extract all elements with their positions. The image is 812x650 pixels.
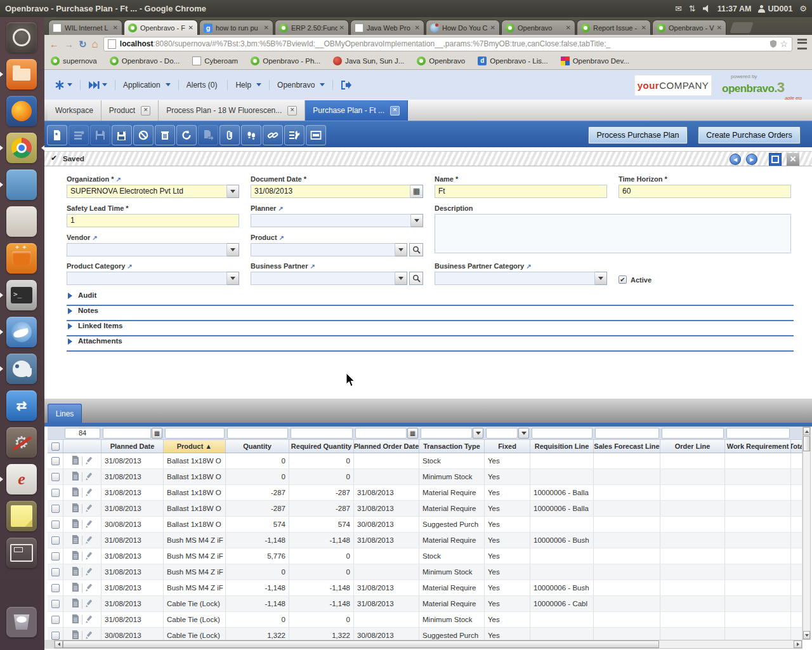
bookmark-item[interactable]: supernova — [51, 56, 97, 65]
workspace-star-icon[interactable] — [52, 80, 75, 90]
form-view-button[interactable] — [306, 125, 326, 145]
close-form-button[interactable]: ✕ — [787, 153, 799, 166]
browser-tab[interactable]: WIL Internet L✕ — [48, 20, 122, 35]
dropdown-button[interactable] — [227, 272, 239, 285]
tab-close-icon[interactable]: ✕ — [717, 24, 722, 31]
filter-input-required_quantity[interactable] — [291, 428, 353, 439]
tab-close-icon[interactable]: ✕ — [566, 24, 571, 31]
process-purchase-plan-button[interactable]: Process Purchase Plan — [588, 126, 688, 144]
name-field[interactable]: Ft — [435, 185, 607, 198]
bookmark-item[interactable]: Java Sun, Sun J... — [333, 56, 404, 65]
table-row[interactable]: 30/08/2013Ballast 1x18W O57457430/08/201… — [48, 517, 802, 533]
link-arrow-icon[interactable]: ↗ — [92, 234, 97, 241]
row-checkbox[interactable] — [51, 552, 60, 560]
logout-icon[interactable] — [338, 80, 354, 90]
files-folder-icon[interactable] — [6, 59, 37, 90]
volume-icon[interactable] — [703, 5, 710, 13]
document-icon[interactable] — [72, 535, 79, 545]
clock[interactable]: 11:37 AM — [717, 4, 752, 13]
edit-pencil-icon[interactable] — [85, 631, 93, 640]
preferences-button[interactable] — [284, 125, 304, 145]
expand-triangle-icon[interactable] — [68, 338, 72, 345]
filter-input-requisition_line[interactable] — [532, 428, 593, 439]
row-checkbox[interactable] — [51, 632, 60, 640]
delete-button[interactable] — [155, 125, 175, 145]
document-icon[interactable] — [72, 488, 79, 498]
section-linked-items[interactable]: Linked Items — [67, 321, 794, 336]
shield-icon[interactable] — [769, 39, 777, 48]
edit-pencil-icon[interactable] — [85, 599, 93, 609]
select-all-checkbox[interactable] — [51, 442, 60, 451]
bookmark-item[interactable]: Openbravo - Ph... — [251, 56, 320, 65]
planner-field[interactable] — [251, 214, 411, 227]
row-checkbox[interactable] — [51, 473, 60, 481]
dropdown-button[interactable] — [518, 428, 529, 439]
product_category-field[interactable] — [67, 272, 227, 285]
column-header-product[interactable]: Product ▲ — [164, 440, 226, 453]
document-icon[interactable] — [72, 456, 79, 466]
expand-triangle-icon[interactable] — [68, 323, 72, 329]
column-header-quantity[interactable]: Quantity — [226, 440, 289, 453]
dropdown-button[interactable] — [473, 428, 483, 439]
sticky-notes-icon[interactable] — [6, 501, 37, 531]
horizontal-scrollbar[interactable] — [54, 640, 802, 649]
tab-close-icon[interactable]: ✕ — [188, 24, 193, 31]
business_partner_category-field[interactable] — [435, 272, 595, 285]
column-header-planned_order_date[interactable]: Planned Order Date — [354, 440, 419, 453]
document-icon[interactable] — [72, 567, 79, 577]
link-arrow-icon[interactable]: ↗ — [526, 263, 531, 270]
table-row[interactable]: 31/08/2013Bush MS M4 Z iF-1,148-1,14831/… — [48, 580, 802, 596]
browser-tab[interactable]: Java Web Pro✕ — [350, 20, 424, 35]
save-close-button[interactable]: x — [112, 125, 132, 145]
ob-tab-product[interactable]: Product✕ — [102, 100, 159, 121]
edit-pencil-icon[interactable] — [85, 456, 93, 466]
teamviewer-icon[interactable]: ⇄ — [6, 390, 37, 421]
filter-input-planned_date[interactable] — [103, 428, 151, 439]
ob-tab-close-icon[interactable]: ✕ — [390, 106, 400, 116]
filter-input-sales_forecast_line[interactable] — [595, 428, 659, 439]
tab-close-icon[interactable]: ✕ — [339, 24, 344, 31]
column-header-work_requirement[interactable]: Work Requirement — [725, 440, 791, 453]
edit-pencil-icon[interactable] — [85, 552, 93, 561]
dropdown-button[interactable] — [411, 214, 423, 227]
menu-application[interactable]: Application — [121, 81, 173, 90]
previous-record-button[interactable]: ◀ — [730, 154, 741, 165]
table-row[interactable]: 31/08/2013Bush MS M4 Z iF00Minimum Stock… — [48, 564, 802, 580]
safety_lead_time-field[interactable]: 1 — [67, 214, 239, 227]
section-notes[interactable]: Notes — [67, 305, 794, 321]
next-record-button[interactable]: ▶ — [746, 154, 757, 165]
menu-alerts[interactable]: Alerts (0) — [184, 81, 223, 90]
vertical-scrollbar[interactable] — [802, 427, 811, 640]
scroll-right-button[interactable] — [794, 640, 802, 648]
thunderbird-icon[interactable] — [6, 317, 37, 347]
mail-icon[interactable]: ✉ — [675, 4, 682, 13]
browser-tab[interactable]: ERP 2.50:Func✕ — [275, 20, 349, 35]
dropdown-button[interactable] — [395, 243, 407, 256]
column-header-required_quantity[interactable]: Required Quantity — [289, 440, 354, 453]
link-arrow-icon[interactable]: ↗ — [279, 234, 284, 241]
ob-tab-workspace[interactable]: Workspace — [48, 100, 102, 121]
edit-pencil-icon[interactable] — [85, 472, 93, 482]
link-arrow-icon[interactable]: ↗ — [116, 176, 121, 183]
dropdown-button[interactable] — [227, 185, 239, 198]
product-field[interactable] — [251, 243, 395, 256]
document-icon[interactable] — [72, 599, 79, 609]
link-button[interactable] — [263, 125, 283, 145]
browser-tab[interactable]: Openbravo✕ — [501, 20, 575, 35]
row-checkbox[interactable] — [51, 616, 60, 624]
new-tab-button[interactable] — [730, 22, 754, 33]
column-header-transaction_type[interactable]: Transaction Type — [419, 440, 485, 453]
dropdown-button[interactable] — [395, 272, 407, 285]
forward-button[interactable]: → — [64, 39, 74, 49]
table-row[interactable]: 31/08/2013Cable Tie (Lock)-1,148-1,14831… — [48, 596, 802, 612]
ubuntu-dash-icon[interactable] — [6, 22, 37, 53]
trash-icon[interactable] — [6, 607, 37, 637]
edit-pencil-icon[interactable] — [85, 536, 93, 545]
edit-pencil-icon[interactable] — [85, 567, 93, 577]
row-checkbox[interactable] — [51, 505, 60, 513]
filter-input-work_requirement[interactable] — [726, 428, 790, 439]
document-icon[interactable] — [72, 630, 79, 640]
document-icon[interactable] — [72, 583, 79, 593]
postgresql-icon[interactable] — [6, 354, 37, 384]
edit-pencil-icon[interactable] — [85, 488, 93, 498]
